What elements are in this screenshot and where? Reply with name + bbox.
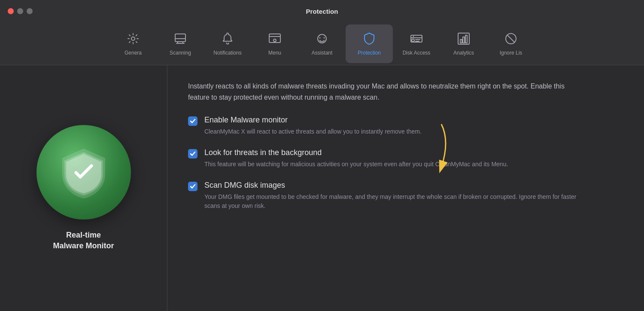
malware-monitor-checkbox[interactable] — [188, 116, 197, 126]
toolbar: Genera Scanning Notifications — [0, 22, 644, 65]
tab-ignore-list-label: Ignore Lis — [500, 50, 522, 56]
traffic-lights — [8, 8, 33, 14]
tab-notifications-label: Notifications — [213, 50, 241, 56]
disk-icon — [409, 31, 424, 46]
block-icon — [503, 31, 519, 46]
svg-line-23 — [507, 35, 515, 43]
close-button[interactable] — [8, 8, 14, 14]
left-panel: Real-time Malware Monitor — [0, 65, 167, 311]
checkbox-malware-monitor: Enable Malware monitor CleanMyMac X will… — [188, 116, 623, 136]
malware-monitor-content: Enable Malware monitor CleanMyMac X will… — [204, 116, 422, 136]
background-threats-content: Look for threats in the background This … — [204, 148, 508, 169]
tab-disk-access-label: Disk Access — [403, 50, 431, 56]
tab-analytics[interactable]: Analytics — [440, 24, 487, 63]
left-panel-title: Real-time Malware Monitor — [53, 230, 114, 251]
background-threats-description: This feature will be watching for malici… — [204, 160, 508, 169]
tab-assistant[interactable]: Assistant — [298, 24, 346, 63]
scan-dmg-label: Scan DMG disk images — [204, 181, 582, 190]
checkbox-background-threats: Look for threats in the background This … — [188, 148, 623, 169]
menu-bar-icon — [267, 31, 283, 46]
content-area: Enable Malware monitor CleanMyMac X will… — [188, 116, 623, 223]
svg-point-14 — [413, 36, 414, 37]
malware-monitor-label: Enable Malware monitor — [204, 116, 422, 125]
gear-icon — [125, 31, 141, 46]
tab-menu[interactable]: Menu — [251, 24, 298, 63]
svg-point-8 — [273, 39, 276, 42]
description-text: Instantly reacts to all kinds of malware… — [188, 81, 583, 103]
svg-point-15 — [412, 39, 414, 42]
svg-rect-21 — [465, 35, 467, 43]
tab-scanning[interactable]: Scanning — [157, 24, 204, 63]
background-threats-label: Look for threats in the background — [204, 148, 508, 157]
assistant-icon — [314, 31, 330, 46]
tab-scanning-label: Scanning — [170, 50, 191, 56]
svg-point-10 — [319, 37, 321, 39]
tab-assistant-label: Assistant — [312, 50, 333, 56]
window-title: Protection — [306, 8, 338, 15]
svg-rect-20 — [463, 37, 465, 43]
tab-analytics-label: Analytics — [453, 50, 474, 56]
shield-large-icon — [56, 144, 112, 200]
shield-icon — [361, 31, 377, 46]
svg-point-11 — [324, 37, 325, 39]
tab-protection-label: Protection — [358, 50, 381, 56]
scan-dmg-checkbox[interactable] — [188, 182, 197, 191]
scan-icon — [173, 31, 188, 46]
svg-rect-19 — [460, 40, 462, 43]
tab-general[interactable]: Genera — [109, 24, 157, 63]
malware-monitor-description: CleanMyMac X will react to active threat… — [204, 127, 422, 136]
svg-point-0 — [131, 37, 135, 40]
right-panel: Instantly reacts to all kinds of malware… — [167, 65, 644, 311]
maximize-button[interactable] — [27, 8, 33, 14]
background-threats-checkbox[interactable] — [188, 149, 197, 159]
tab-disk-access[interactable]: Disk Access — [393, 24, 440, 63]
tab-protection[interactable]: Protection — [346, 24, 393, 63]
main-content: Real-time Malware Monitor Instantly reac… — [0, 65, 644, 311]
checkbox-scan-dmg: Scan DMG disk images Your DMG files get … — [188, 181, 623, 210]
tab-notifications[interactable]: Notifications — [204, 24, 251, 63]
minimize-button[interactable] — [17, 8, 23, 14]
tab-general-label: Genera — [125, 50, 142, 56]
shield-circle — [36, 125, 131, 220]
scan-dmg-content: Scan DMG disk images Your DMG files get … — [204, 181, 582, 210]
title-bar: Protection — [0, 0, 644, 22]
tab-menu-label: Menu — [268, 50, 281, 56]
scan-dmg-description: Your DMG files get mounted to be checked… — [204, 192, 582, 210]
svg-rect-1 — [175, 34, 185, 42]
bell-icon — [220, 31, 235, 46]
analytics-icon — [456, 31, 471, 46]
checkbox-group: Enable Malware monitor CleanMyMac X will… — [188, 116, 623, 223]
tab-ignore-list[interactable]: Ignore Lis — [487, 24, 535, 63]
